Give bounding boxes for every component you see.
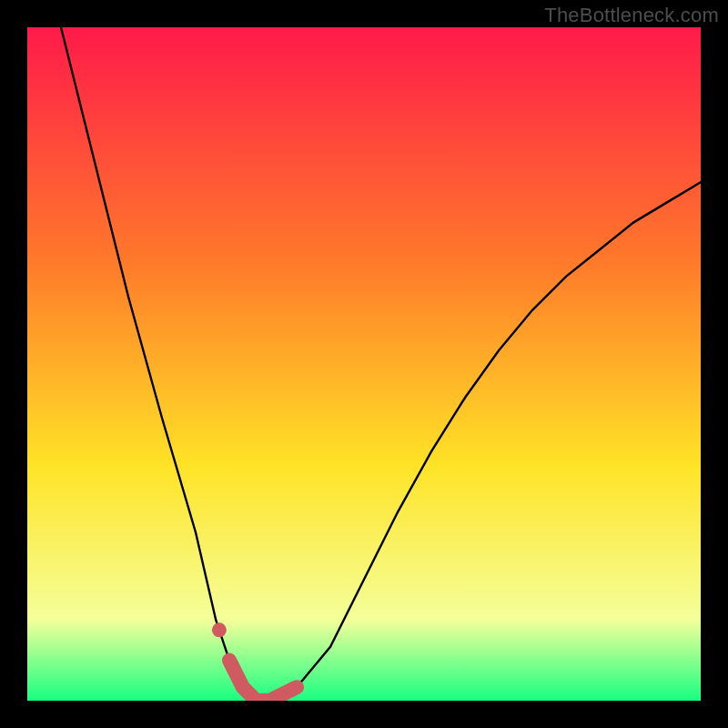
chart-frame: TheBottleneck.com [0, 0, 728, 728]
gradient-background [27, 27, 701, 701]
watermark-text: TheBottleneck.com [544, 4, 719, 27]
bottleneck-plot [27, 27, 701, 701]
plot-svg [27, 27, 701, 701]
highlight-dot [212, 622, 227, 637]
